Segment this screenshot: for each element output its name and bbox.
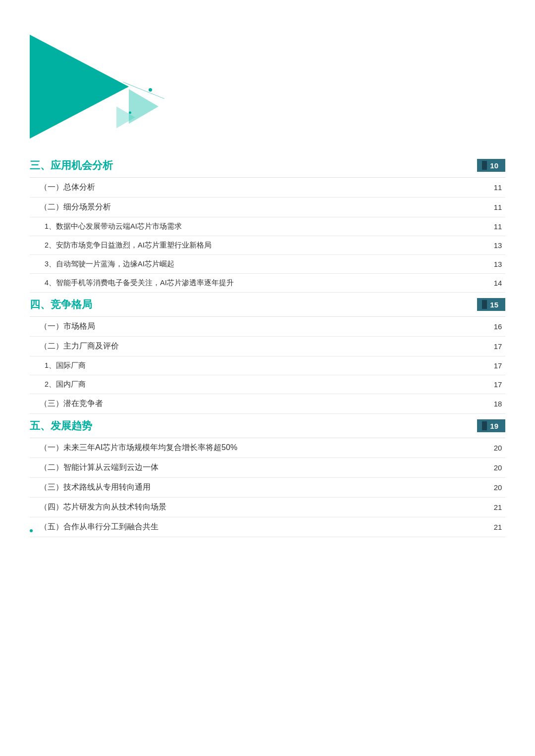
toc-item-text: （一）未来三年AI芯片市场规模年均复合增长率将超50% [30,443,237,453]
toc-section-page: 19 [477,419,505,432]
toc-item-row: 2、国内厂商17 [30,375,505,394]
toc-item-row: （一）市场格局16 [30,317,505,337]
toc-item-page: 11 [490,222,505,231]
contents-section: 三、应用机会分析10（一）总体分析11（二）细分场景分析111、数据中心发展带动… [0,20,535,537]
logo-area [0,14,535,19]
toc-item-text: 2、安防市场竞争日益激烈，AI芯片重塑行业新格局 [30,241,212,250]
toc-item-text: （五）合作从串行分工到融合共生 [30,522,159,532]
toc-item-page: 16 [490,322,505,331]
toc-item-page: 20 [490,444,505,452]
toc-item-page: 21 [490,523,505,531]
toc-item-page: 17 [490,380,505,389]
toc-section-row-section5: 五、发展趋势19 [30,414,505,438]
toc-item-row: （二）智能计算从云端到云边一体20 [30,458,505,478]
triangle-deco2 [116,106,135,128]
toc-container: 三、应用机会分析10（一）总体分析11（二）细分场景分析111、数据中心发展带动… [30,153,505,537]
toc-item-page: 13 [490,260,505,268]
triangle-main [30,35,129,139]
toc-item-row: 4、智能手机等消费电子备受关注，AI芯片渗透率逐年提升14 [30,274,505,293]
toc-section-title: 五、发展趋势 [30,419,92,433]
toc-item-row: （一）未来三年AI芯片市场规模年均复合增长率将超50%20 [30,438,505,458]
contents-graphic [30,35,168,139]
toc-section-row-section4: 四、竞争格局15 [30,293,505,317]
toc-item-page: 20 [490,463,505,472]
toc-item-text: （一）市场格局 [30,321,95,332]
toc-item-text: （三）技术路线从专用转向通用 [30,482,151,493]
toc-item-text: 1、数据中心发展带动云端AI芯片市场需求 [30,222,182,231]
toc-item-page: 13 [490,241,505,250]
toc-item-row: （二）主力厂商及评价17 [30,337,505,356]
toc-item-row: 1、国际厂商17 [30,356,505,375]
toc-item-page: 17 [490,361,505,370]
toc-item-row: 1、数据中心发展带动云端AI芯片市场需求11 [30,217,505,236]
toc-item-row: （四）芯片研发方向从技术转向场景21 [30,498,505,517]
toc-item-text: （一）总体分析 [30,182,95,193]
toc-section-title: 四、竞争格局 [30,298,92,311]
toc-item-page: 17 [490,342,505,351]
dot2 [129,111,131,114]
toc-item-row: （二）细分场景分析11 [30,198,505,217]
toc-item-text: 1、国际厂商 [30,361,86,370]
toc-section-row-section3: 三、应用机会分析10 [30,153,505,178]
dot-bottom [30,529,33,532]
toc-item-page: 20 [490,483,505,492]
toc-item-text: （二）智能计算从云端到云边一体 [30,462,159,473]
toc-item-page: 11 [490,203,505,211]
toc-item-text: 4、智能手机等消费电子备受关注，AI芯片渗透率逐年提升 [30,278,234,288]
toc-item-page: 21 [490,503,505,511]
toc-section-page: 15 [477,298,505,311]
toc-item-page: 11 [490,183,505,192]
toc-item-text: （二）细分场景分析 [30,202,111,212]
toc-section-page: 10 [477,159,505,172]
toc-item-text: （四）芯片研发方向从技术转向场景 [30,502,166,512]
dot1 [149,88,152,92]
toc-item-row: 2、安防市场竞争日益激烈，AI芯片重塑行业新格局13 [30,236,505,255]
toc-item-text: （二）主力厂商及评价 [30,341,119,352]
toc-section-title: 三、应用机会分析 [30,158,113,172]
toc-item-row: （一）总体分析11 [30,178,505,198]
toc-item-row: （三）潜在竞争者18 [30,394,505,414]
toc-item-row: （五）合作从串行分工到融合共生21 [30,517,505,537]
toc-item-text: 2、国内厂商 [30,380,86,389]
toc-item-page: 14 [490,279,505,287]
toc-item-page: 18 [490,400,505,408]
header [0,0,535,14]
toc-item-text: （三）潜在竞争者 [30,399,103,409]
toc-item-row: 3、自动驾驶一片蓝海，边缘AI芯片崛起13 [30,255,505,274]
toc-item-row: （三）技术路线从专用转向通用20 [30,478,505,498]
toc-item-text: 3、自动驾驶一片蓝海，边缘AI芯片崛起 [30,259,174,269]
